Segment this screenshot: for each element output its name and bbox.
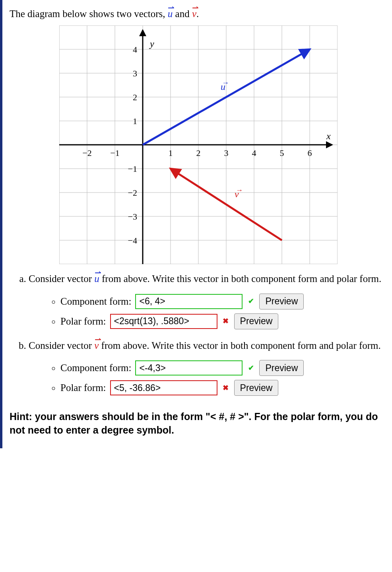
part-b-component-input[interactable] (135, 360, 243, 375)
svg-text:v: v (235, 189, 239, 199)
vector-chart: −2−1123456−4−3−2−11234xy→u→v (59, 25, 338, 264)
svg-text:−1: −1 (128, 164, 137, 174)
part-b: Consider vector ⇀v from above. Write thi… (29, 339, 387, 396)
svg-text:6: 6 (308, 148, 312, 158)
part-b-text-before: Consider vector (29, 340, 94, 351)
svg-text:4: 4 (133, 45, 137, 54)
polar-label: Polar form: (60, 315, 106, 328)
preview-button[interactable]: Preview (259, 360, 304, 376)
svg-text:−2: −2 (82, 148, 91, 158)
v-vector-symbol: ⇀v (192, 7, 196, 21)
svg-text:2: 2 (196, 148, 201, 158)
part-a-text-after: from above. Write this vector in both co… (99, 273, 381, 284)
svg-text:3: 3 (224, 148, 229, 158)
preview-button[interactable]: Preview (234, 380, 279, 396)
check-icon: ✔ (246, 364, 255, 372)
part-b-polar-input[interactable] (110, 380, 217, 395)
svg-text:2: 2 (133, 92, 137, 102)
component-label: Component form: (60, 295, 131, 308)
svg-text:−3: −3 (128, 212, 137, 222)
part-a-component-input[interactable] (135, 294, 243, 309)
svg-text:x: x (326, 131, 331, 141)
svg-text:u: u (221, 82, 225, 92)
x-icon: ✖ (221, 317, 230, 326)
svg-text:1: 1 (169, 148, 173, 158)
polar-label: Polar form: (60, 381, 106, 395)
svg-text:−1: −1 (110, 148, 119, 158)
v-vector-symbol: ⇀v (94, 339, 99, 352)
part-a-polar-input[interactable] (110, 314, 217, 329)
svg-text:1: 1 (133, 116, 137, 126)
svg-text:−4: −4 (128, 235, 137, 245)
check-icon: ✔ (246, 297, 255, 306)
hint-text: Hint: your answers should be in the form… (10, 410, 387, 437)
svg-text:3: 3 (133, 68, 137, 78)
intro-prefix: The diagram below shows two vectors, (10, 8, 168, 19)
svg-text:4: 4 (252, 148, 256, 158)
u-vector-symbol: ⇀u (168, 7, 173, 21)
svg-text:5: 5 (280, 148, 284, 158)
intro-mid: and (173, 8, 192, 19)
part-b-text-after: from above. Write this vector in both co… (99, 340, 380, 351)
svg-text:y: y (149, 39, 154, 49)
component-label: Component form: (60, 361, 131, 375)
preview-button[interactable]: Preview (259, 294, 304, 309)
svg-text:−2: −2 (128, 188, 137, 198)
x-icon: ✖ (221, 383, 230, 392)
preview-button[interactable]: Preview (234, 313, 279, 329)
u-vector-symbol: ⇀u (94, 272, 99, 286)
intro-text: The diagram below shows two vectors, ⇀u … (10, 7, 387, 21)
part-a-text-before: Consider vector (29, 273, 94, 284)
part-a: Consider vector ⇀u from above. Write thi… (29, 272, 387, 329)
